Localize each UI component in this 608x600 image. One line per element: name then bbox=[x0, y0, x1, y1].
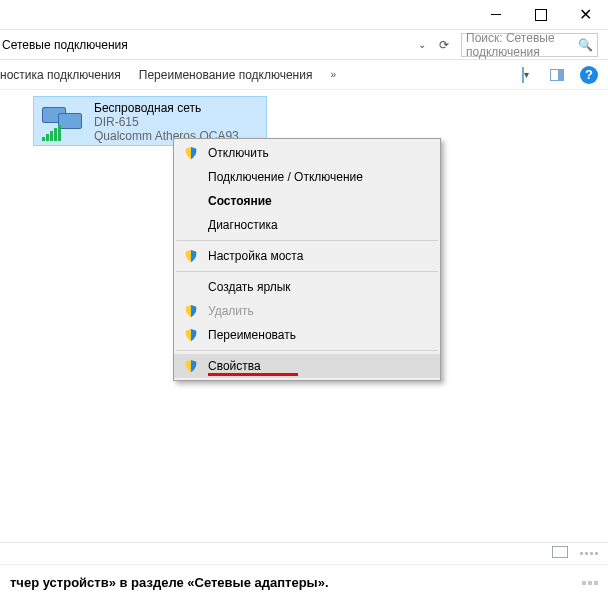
large-icons-view-icon[interactable] bbox=[580, 552, 598, 555]
address-search-row: Сетевые подключения ⌄ ⟳ Поиск: Сетевые п… bbox=[0, 30, 608, 60]
ctx-create-shortcut[interactable]: Создать ярлык bbox=[174, 275, 440, 299]
toolbar-rename[interactable]: Переименование подключения bbox=[139, 68, 313, 82]
separator bbox=[176, 240, 438, 241]
address-bar[interactable]: Сетевые подключения ⌄ ⟳ bbox=[0, 33, 455, 57]
shield-icon bbox=[184, 328, 198, 342]
shield-icon bbox=[184, 146, 198, 160]
network-adapter-icon bbox=[42, 103, 86, 139]
ctx-properties-label: Свойства bbox=[208, 359, 261, 373]
preview-pane-icon bbox=[550, 69, 564, 81]
separator bbox=[176, 350, 438, 351]
ctx-status[interactable]: Состояние bbox=[174, 189, 440, 213]
status-bar bbox=[0, 542, 608, 564]
shield-icon bbox=[184, 249, 198, 263]
shield-icon bbox=[184, 359, 198, 373]
shield-icon bbox=[184, 304, 198, 318]
details-view-icon[interactable] bbox=[552, 546, 568, 561]
context-menu: Отключить Подключение / Отключение Состо… bbox=[173, 138, 441, 381]
ctx-disconnect-label: Отключить bbox=[208, 146, 269, 160]
refresh-icon[interactable]: ⟳ bbox=[433, 38, 455, 52]
ctx-diagnostics[interactable]: Диагностика bbox=[174, 213, 440, 237]
search-input[interactable]: Поиск: Сетевые подключения 🔍 bbox=[461, 33, 598, 57]
search-placeholder: Поиск: Сетевые подключения bbox=[466, 31, 578, 59]
connection-name: Беспроводная сеть bbox=[94, 101, 251, 115]
client-area: Беспроводная сеть DIR-615 Qualcomm Ather… bbox=[0, 90, 608, 542]
ctx-delete-label: Удалить bbox=[208, 304, 254, 318]
connection-ssid: DIR-615 bbox=[94, 115, 251, 129]
ctx-bridge[interactable]: Настройка моста bbox=[174, 244, 440, 268]
ctx-status-label: Состояние bbox=[208, 194, 272, 208]
ctx-connect-disconnect[interactable]: Подключение / Отключение bbox=[174, 165, 440, 189]
footer-dots-icon bbox=[582, 581, 598, 585]
window-titlebar: ✕ bbox=[0, 0, 608, 30]
footer-text-row: тчер устройств» в разделе «Сетевые адапт… bbox=[0, 564, 608, 600]
window-minimize-button[interactable] bbox=[473, 0, 518, 30]
ctx-connect-disconnect-label: Подключение / Отключение bbox=[208, 170, 363, 184]
separator bbox=[176, 271, 438, 272]
toolbar-diagnose[interactable]: ностика подключения bbox=[0, 68, 121, 82]
chevron-down-icon: ▾ bbox=[524, 69, 529, 80]
view-options-button[interactable]: ▾ bbox=[516, 66, 534, 84]
search-icon: 🔍 bbox=[578, 38, 593, 52]
ctx-bridge-label: Настройка моста bbox=[208, 249, 303, 263]
address-dropdown-icon[interactable]: ⌄ bbox=[415, 39, 429, 50]
ctx-create-shortcut-label: Создать ярлык bbox=[208, 280, 291, 294]
red-underline-annotation bbox=[208, 373, 298, 376]
ctx-rename-label: Переименовать bbox=[208, 328, 296, 342]
toolbar: ностика подключения Переименование подкл… bbox=[0, 60, 608, 90]
ctx-disconnect[interactable]: Отключить bbox=[174, 141, 440, 165]
window-maximize-button[interactable] bbox=[518, 0, 563, 30]
breadcrumb[interactable]: Сетевые подключения bbox=[0, 38, 411, 52]
window-close-button[interactable]: ✕ bbox=[563, 0, 608, 30]
ctx-diagnostics-label: Диагностика bbox=[208, 218, 278, 232]
footer-text: тчер устройств» в разделе «Сетевые адапт… bbox=[10, 575, 329, 590]
toolbar-overflow-button[interactable]: » bbox=[330, 69, 336, 80]
ctx-delete: Удалить bbox=[174, 299, 440, 323]
ctx-rename[interactable]: Переименовать bbox=[174, 323, 440, 347]
help-button[interactable]: ? bbox=[580, 66, 598, 84]
ctx-properties[interactable]: Свойства bbox=[174, 354, 440, 378]
preview-pane-button[interactable] bbox=[548, 66, 566, 84]
